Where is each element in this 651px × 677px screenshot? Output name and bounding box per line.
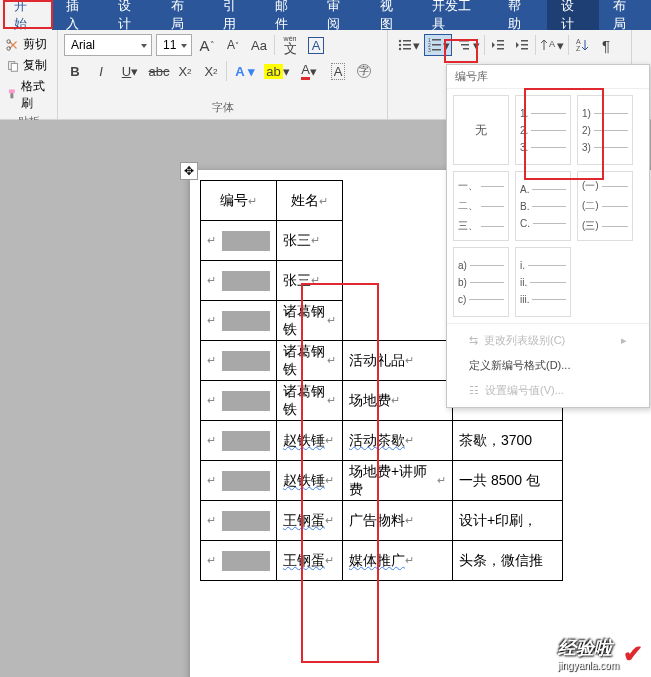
- font-name-select[interactable]: Arial: [64, 34, 152, 56]
- bullets-button[interactable]: ▾: [394, 34, 422, 56]
- tab-insert[interactable]: 插入: [52, 0, 104, 30]
- increase-indent-button[interactable]: [511, 34, 533, 56]
- svg-rect-21: [497, 40, 504, 42]
- tab-layout[interactable]: 布局: [157, 0, 209, 30]
- cell-name[interactable]: 张三↵: [277, 221, 343, 261]
- tab-design[interactable]: 设计: [104, 0, 156, 30]
- cell-item[interactable]: 活动礼品↵: [343, 341, 453, 381]
- cell-item[interactable]: 场地费↵: [343, 381, 453, 421]
- table-move-handle[interactable]: ✥: [180, 162, 198, 180]
- cell-number[interactable]: ↵: [201, 381, 277, 421]
- table-row: ↵赵铁锤↵场地费+讲师费↵一共 8500 包: [201, 461, 563, 501]
- underline-button[interactable]: U ▾: [116, 60, 144, 82]
- svg-rect-15: [432, 44, 441, 46]
- font-group: Arial 11 A˄ A˅ Aa wén文 A B I U ▾ abc X2 …: [58, 30, 388, 119]
- tab-mail[interactable]: 邮件: [261, 0, 313, 30]
- cell-detail[interactable]: 茶歇，3700: [453, 421, 563, 461]
- ribbon-tabs: 开始 插入 设计 布局 引用 邮件 审阅 视图 开发工具 帮助 设计 布局: [0, 0, 651, 30]
- numbering-cn-paren[interactable]: (一) (二) (三): [577, 171, 633, 241]
- font-color-button[interactable]: A ▾: [295, 60, 323, 82]
- phonetic-button[interactable]: wén文: [279, 34, 301, 56]
- numbering-arabic-paren[interactable]: 1) 2) 3): [577, 95, 633, 165]
- grow-font-button[interactable]: A˄: [196, 34, 218, 56]
- italic-button[interactable]: I: [90, 60, 112, 82]
- superscript-button[interactable]: X2: [200, 60, 222, 82]
- cell-item[interactable]: 媒体推广↵: [343, 541, 453, 581]
- tab-devtools[interactable]: 开发工具: [418, 0, 494, 30]
- cell-name[interactable]: 诸葛钢铁↵: [277, 301, 343, 341]
- cell-name[interactable]: 张三↵: [277, 261, 343, 301]
- text-direction-button[interactable]: A▾: [538, 34, 566, 56]
- subscript-button[interactable]: X2: [174, 60, 196, 82]
- tab-table-design[interactable]: 设计: [547, 0, 599, 30]
- svg-rect-23: [497, 48, 504, 50]
- cell-item[interactable]: 场地费+讲师费↵: [343, 461, 453, 501]
- numbering-arabic-dot[interactable]: 1. 2. 3.: [515, 95, 571, 165]
- shrink-font-button[interactable]: A˅: [222, 34, 244, 56]
- cell-name[interactable]: 王钢蛋↵: [277, 501, 343, 541]
- level-icon: ⇆: [469, 334, 478, 347]
- tab-start[interactable]: 开始: [0, 0, 52, 30]
- sort-button[interactable]: AZ: [571, 34, 593, 56]
- numbering-roman[interactable]: i. ii. iii.: [515, 247, 571, 317]
- cell-number[interactable]: ↵: [201, 221, 277, 261]
- svg-rect-22: [497, 44, 504, 46]
- tab-review[interactable]: 审阅: [313, 0, 365, 30]
- cell-name[interactable]: 诸葛钢铁↵: [277, 341, 343, 381]
- enclose-char-button[interactable]: 字: [353, 60, 375, 82]
- svg-rect-3: [11, 63, 17, 71]
- text-effects-button[interactable]: A ▾: [231, 60, 259, 82]
- font-size-select[interactable]: 11: [156, 34, 192, 56]
- svg-rect-20: [463, 48, 469, 50]
- numbering-upper-alpha[interactable]: A. B. C.: [515, 171, 571, 241]
- multilevel-button[interactable]: ▾: [454, 34, 482, 56]
- cell-detail[interactable]: 头条，微信推: [453, 541, 563, 581]
- cell-number[interactable]: ↵: [201, 301, 277, 341]
- numbering-library-label: 编号库: [447, 65, 649, 89]
- numbering-none[interactable]: 无: [453, 95, 509, 165]
- change-list-level: ⇆ 更改列表级别(C)▸: [447, 328, 649, 353]
- scissors-icon: [6, 38, 20, 52]
- table-row: ↵王钢蛋↵媒体推广↵头条，微信推: [201, 541, 563, 581]
- show-marks-button[interactable]: ¶: [595, 34, 617, 56]
- cell-name[interactable]: 赵铁锤↵: [277, 461, 343, 501]
- change-case-button[interactable]: Aa: [248, 34, 270, 56]
- tab-table-layout[interactable]: 布局: [599, 0, 651, 30]
- svg-rect-4: [9, 89, 15, 93]
- cell-number[interactable]: ↵: [201, 421, 277, 461]
- cell-number[interactable]: ↵: [201, 261, 277, 301]
- svg-rect-19: [461, 44, 469, 46]
- cell-item[interactable]: 广告物料↵: [343, 501, 453, 541]
- svg-rect-9: [403, 44, 411, 46]
- svg-rect-18: [459, 40, 469, 42]
- cell-number[interactable]: ↵: [201, 341, 277, 381]
- cell-name[interactable]: 王钢蛋↵: [277, 541, 343, 581]
- tab-view[interactable]: 视图: [366, 0, 418, 30]
- char-border-button[interactable]: A: [305, 34, 327, 56]
- define-new-number-format[interactable]: 定义新编号格式(D)...: [447, 353, 649, 378]
- cell-detail[interactable]: 一共 8500 包: [453, 461, 563, 501]
- cell-number[interactable]: ↵: [201, 461, 277, 501]
- copy-button[interactable]: 复制: [6, 55, 51, 76]
- cell-item[interactable]: 活动茶歇↵: [343, 421, 453, 461]
- cut-button[interactable]: 剪切: [6, 34, 51, 55]
- numbering-button[interactable]: 123▾: [424, 34, 452, 56]
- cell-detail[interactable]: 设计+印刷，: [453, 501, 563, 541]
- decrease-indent-button[interactable]: [487, 34, 509, 56]
- svg-text:A: A: [576, 38, 581, 45]
- cell-number[interactable]: ↵: [201, 501, 277, 541]
- tab-help[interactable]: 帮助: [494, 0, 546, 30]
- svg-point-8: [398, 44, 400, 46]
- watermark-text: 经验啦: [558, 636, 619, 660]
- cell-name[interactable]: 诸葛钢铁↵: [277, 381, 343, 421]
- cell-number[interactable]: ↵: [201, 541, 277, 581]
- numbering-lower-alpha-paren[interactable]: a) b) c): [453, 247, 509, 317]
- numbering-chinese[interactable]: 一、 二、 三、: [453, 171, 509, 241]
- format-painter-button[interactable]: 格式刷: [6, 76, 51, 114]
- strike-button[interactable]: abc: [148, 60, 170, 82]
- highlight-button[interactable]: ab▾: [263, 60, 291, 82]
- bold-button[interactable]: B: [64, 60, 86, 82]
- char-shading-button[interactable]: A: [327, 60, 349, 82]
- cell-name[interactable]: 赵铁锤↵: [277, 421, 343, 461]
- tab-reference[interactable]: 引用: [209, 0, 261, 30]
